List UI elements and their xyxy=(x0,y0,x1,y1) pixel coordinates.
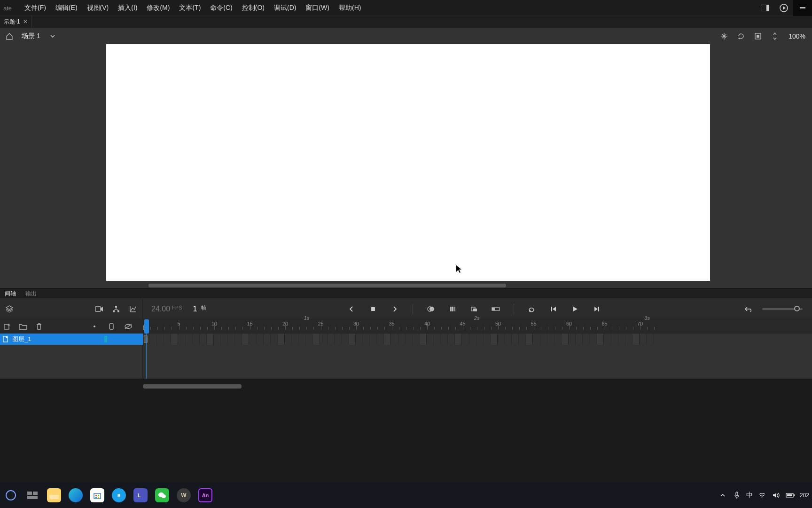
svg-rect-18 xyxy=(450,307,452,311)
taskbar-store[interactable] xyxy=(87,485,108,506)
new-folder-icon[interactable] xyxy=(18,321,28,332)
visibility-toggle-icon[interactable] xyxy=(123,321,133,332)
tab-timeline[interactable]: 间轴 xyxy=(0,288,21,299)
onion-skin-icon[interactable] xyxy=(424,302,437,316)
layers-area: 图层_1 xyxy=(0,333,812,379)
timeline-ruler[interactable]: 5101520253035404550556065701s2s3s xyxy=(143,319,812,333)
camera-icon[interactable] xyxy=(93,302,106,316)
document-tabs: 示题-1 ✕ xyxy=(0,16,812,28)
svg-rect-19 xyxy=(452,307,453,311)
stage-horizontal-scrollbar[interactable] xyxy=(148,284,506,287)
undo-icon[interactable] xyxy=(742,302,756,316)
layer-parenting-icon[interactable] xyxy=(109,302,123,316)
marker-icon[interactable] xyxy=(468,302,481,316)
close-icon[interactable]: ✕ xyxy=(23,18,28,25)
menu-file[interactable]: 文件(F) xyxy=(20,0,51,16)
menu-modify[interactable]: 修改(M) xyxy=(142,0,174,16)
tray-battery-icon[interactable] xyxy=(786,491,795,500)
svg-marker-8 xyxy=(456,265,461,273)
layer-type-icon xyxy=(2,335,9,343)
tray-volume-icon[interactable] xyxy=(772,491,781,500)
svg-marker-28 xyxy=(573,307,578,311)
svg-rect-24 xyxy=(492,308,495,310)
center-stage-icon[interactable] xyxy=(718,30,730,42)
start-button[interactable] xyxy=(0,485,21,506)
new-layer-icon[interactable] xyxy=(2,321,12,332)
scene-name[interactable]: 场景 1 xyxy=(22,32,40,40)
minimize-button[interactable] xyxy=(793,0,812,16)
taskbar-animate[interactable]: An xyxy=(195,485,216,506)
tray-mic-icon[interactable] xyxy=(732,491,742,500)
taskbar-explorer[interactable] xyxy=(44,485,64,506)
menu-edit[interactable]: 编辑(E) xyxy=(51,0,82,16)
menu-debug[interactable]: 调试(D) xyxy=(269,0,301,16)
graph-icon[interactable] xyxy=(126,302,140,316)
zoom-stepper-icon[interactable] xyxy=(769,30,781,42)
clip-stage-icon[interactable] xyxy=(752,30,764,42)
menu-control[interactable]: 控制(O) xyxy=(237,0,269,16)
task-view-button[interactable] xyxy=(22,485,43,506)
frame-readout[interactable]: 1 帧 xyxy=(193,305,206,313)
layer-row[interactable]: 图层_1 xyxy=(0,333,812,345)
workspace-layout-icon[interactable] xyxy=(756,0,774,16)
stage-area xyxy=(0,44,812,288)
svg-rect-56 xyxy=(787,494,792,496)
step-forward-icon[interactable] xyxy=(590,302,603,316)
svg-marker-53 xyxy=(773,493,776,498)
timeline-zoom-slider[interactable] xyxy=(762,308,803,310)
play-icon[interactable] xyxy=(569,302,582,316)
menu-insert[interactable]: 插入(I) xyxy=(113,0,142,16)
outline-toggle-icon[interactable] xyxy=(106,321,117,332)
chevron-down-icon[interactable] xyxy=(50,33,55,39)
taskbar-wps[interactable]: W xyxy=(173,485,194,506)
taskbar-ie[interactable]: e xyxy=(109,485,129,506)
menu-command[interactable]: 命令(C) xyxy=(205,0,237,16)
fps-readout[interactable]: 24.00 FPS xyxy=(151,305,182,313)
menu-help[interactable]: 帮助(H) xyxy=(334,0,366,16)
cursor-icon xyxy=(456,265,462,273)
tray-chevron-icon[interactable] xyxy=(718,491,727,500)
menu-view[interactable]: 视图(V) xyxy=(82,0,114,16)
taskbar-teams[interactable]: L xyxy=(130,485,151,506)
play-circle-icon[interactable] xyxy=(774,0,793,16)
zoom-level[interactable]: 100% xyxy=(789,32,808,40)
timeline-horizontal-scrollbar[interactable] xyxy=(143,384,242,389)
taskbar-wechat[interactable] xyxy=(152,485,172,506)
document-tab[interactable]: 示题-1 ✕ xyxy=(0,16,32,28)
loop-icon[interactable] xyxy=(525,302,539,316)
step-back-icon[interactable] xyxy=(547,302,560,316)
keyframe[interactable] xyxy=(144,335,148,343)
svg-rect-30 xyxy=(598,307,599,311)
stop-icon[interactable] xyxy=(367,302,380,316)
edit-multiple-frames-icon[interactable] xyxy=(446,302,459,316)
clock[interactable]: 202 xyxy=(800,492,809,499)
next-keyframe-icon[interactable] xyxy=(388,302,401,316)
document-tab-title: 示题-1 xyxy=(4,18,20,26)
prev-keyframe-icon[interactable] xyxy=(345,302,358,316)
menu-window[interactable]: 窗口(W) xyxy=(301,0,334,16)
layers-menu-icon[interactable] xyxy=(3,302,16,316)
scene-home-icon[interactable] xyxy=(4,31,15,42)
delete-layer-icon[interactable] xyxy=(34,321,44,332)
svg-rect-44 xyxy=(95,495,97,496)
menu-text[interactable]: 文本(T) xyxy=(174,0,205,16)
layer-tools-row: 5101520253035404550556065701s2s3s xyxy=(0,319,812,333)
highlight-dot-icon xyxy=(89,321,100,332)
taskbar-edge[interactable] xyxy=(65,485,86,506)
timeline-header: 24.00 FPS 1 帧 xyxy=(0,299,812,319)
scene-bar: 场景 1 100% xyxy=(0,28,812,44)
stage-canvas[interactable] xyxy=(106,44,710,281)
ime-indicator[interactable]: 中 xyxy=(746,491,753,500)
layer-color-swatch xyxy=(104,336,107,342)
playhead[interactable] xyxy=(144,319,149,333)
tab-output[interactable]: 输出 xyxy=(21,288,41,299)
svg-rect-41 xyxy=(27,496,38,499)
svg-rect-42 xyxy=(49,495,59,499)
frame-span-icon[interactable] xyxy=(489,302,502,316)
rotate-stage-icon[interactable] xyxy=(735,30,747,42)
tray-wifi-icon[interactable] xyxy=(757,491,767,500)
playhead-line xyxy=(146,333,147,379)
menubar: ate 文件(F) 编辑(E) 视图(V) 插入(I) 修改(M) 文本(T) … xyxy=(0,0,812,16)
svg-marker-9 xyxy=(6,306,13,310)
layer-name: 图层_1 xyxy=(12,335,31,343)
